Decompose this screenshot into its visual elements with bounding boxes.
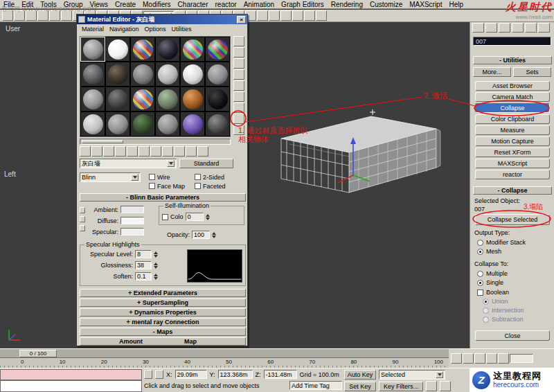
material-sample-slot[interactable] — [155, 87, 180, 112]
diffuse-swatch[interactable] — [120, 217, 144, 224]
select-link-icon[interactable] — [26, 10, 37, 21]
maxscript-macro-recorder[interactable] — [0, 369, 142, 380]
radio-single[interactable]: Single — [477, 279, 503, 286]
tab-utilities[interactable] — [538, 23, 550, 33]
rollout-supersampling[interactable]: + SuperSampling — [80, 299, 246, 307]
material-editor-menu-item[interactable]: Material — [79, 26, 107, 33]
close-button[interactable]: Close — [475, 330, 550, 341]
put-material-to-scene-icon[interactable] — [91, 146, 102, 157]
menu-item[interactable]: Animation — [240, 1, 278, 8]
rollout-mental-ray[interactable]: + mental ray Connection — [80, 318, 246, 326]
palette-hscrollbar[interactable] — [80, 139, 231, 145]
reset-material-icon[interactable] — [115, 146, 126, 157]
prev-frame-button[interactable] — [463, 353, 474, 364]
material-editor-menu-item[interactable]: Options — [142, 26, 169, 33]
color-checkbox[interactable] — [162, 214, 168, 220]
background-icon[interactable] — [233, 58, 244, 69]
selection-set-dropdown[interactable]: Selected — [379, 370, 445, 380]
material-sample-slot[interactable] — [105, 112, 130, 136]
time-slider-handle[interactable]: 0 / 100 — [19, 350, 57, 357]
radio-icon[interactable] — [483, 308, 489, 314]
material-sample-slot[interactable] — [105, 87, 130, 112]
select-object-icon[interactable] — [61, 10, 72, 21]
show-end-result-icon[interactable] — [174, 146, 185, 157]
checkbox-icon[interactable] — [195, 183, 201, 189]
material-sample-slot[interactable] — [130, 112, 155, 136]
more-button[interactable]: More... — [473, 67, 511, 77]
material-name-dropdown[interactable]: 灰白墙 — [80, 159, 177, 168]
menu-item[interactable]: Group — [60, 1, 87, 8]
lock-icons[interactable] — [80, 207, 85, 231]
specular-swatch[interactable] — [120, 228, 144, 235]
put-in-library-icon[interactable] — [138, 146, 150, 157]
radio-icon[interactable] — [477, 249, 483, 255]
collapse-rollout-header[interactable]: - Collapse — [473, 186, 552, 195]
get-material-icon[interactable] — [80, 146, 91, 157]
checkbox-boolean[interactable]: Boolean — [477, 289, 509, 296]
material-sample-slot[interactable] — [180, 37, 205, 62]
rollout-blinn-basic[interactable]: - Blinn Basic Parameters — [80, 193, 246, 202]
shader-flag[interactable]: Face Map — [149, 181, 195, 190]
shader-dropdown[interactable]: Blinn — [80, 172, 141, 182]
make-preview-icon[interactable] — [233, 91, 244, 102]
building-model[interactable] — [269, 96, 442, 203]
play-button[interactable] — [474, 353, 485, 364]
utility-button-collapse[interactable]: Collapse — [475, 103, 550, 113]
menu-item[interactable]: Views — [87, 1, 112, 8]
material-sample-slot[interactable] — [155, 112, 180, 136]
options-icon[interactable] — [233, 103, 244, 113]
selection-lock-icon[interactable] — [155, 370, 163, 379]
radio-icon[interactable] — [483, 299, 489, 305]
rollout-extended-parameters[interactable]: + Extended Parameters — [80, 289, 246, 297]
menu-item[interactable]: reactor — [212, 1, 240, 8]
shader-flag[interactable]: 2-Sided — [195, 172, 243, 181]
close-icon[interactable]: × — [237, 16, 246, 24]
maxscript-mini-listener[interactable] — [0, 380, 142, 392]
material-sample-slot[interactable] — [205, 112, 230, 136]
utility-button-reset-xform[interactable]: Reset XForm — [475, 148, 550, 157]
schematic-view-icon[interactable] — [269, 10, 280, 21]
quick-render-icon[interactable] — [316, 10, 327, 21]
menu-item[interactable]: Tools — [37, 1, 60, 8]
pan-icon[interactable] — [440, 381, 451, 391]
spinner[interactable] — [154, 261, 160, 269]
timeline-ruler[interactable]: 0102030405060708090100 — [0, 357, 449, 368]
material-sample-slot[interactable] — [80, 62, 105, 87]
menu-item[interactable]: Graph Editors — [278, 1, 328, 8]
shader-flag[interactable]: Faceted — [195, 181, 243, 190]
select-by-material-icon[interactable] — [233, 114, 244, 124]
glossiness-field[interactable]: 38 — [135, 261, 152, 269]
unlink-icon[interactable] — [37, 10, 48, 21]
spinner[interactable] — [206, 213, 212, 221]
menu-item[interactable]: Character — [175, 1, 212, 8]
ambient-swatch[interactable] — [120, 206, 144, 213]
material-sample-slot[interactable] — [180, 62, 205, 87]
utility-button-maxscript[interactable]: MAXScript — [475, 159, 550, 168]
utility-button-reactor[interactable]: reactor — [475, 170, 550, 179]
material-id-icon[interactable] — [150, 146, 161, 157]
material-sample-slot[interactable] — [205, 87, 230, 112]
material-editor-menu-item[interactable]: Utilities — [169, 26, 195, 33]
tab-motion[interactable] — [512, 23, 524, 33]
video-color-check-icon[interactable] — [233, 80, 244, 91]
render-scene-icon[interactable] — [292, 10, 303, 21]
material-sample-slot[interactable] — [105, 37, 130, 62]
current-frame-field[interactable] — [510, 354, 533, 363]
radio-icon[interactable] — [477, 280, 483, 286]
object-name-field[interactable]: 007 — [473, 37, 551, 46]
utility-button-camera-match[interactable]: Camera Match — [475, 92, 550, 102]
checkbox-icon[interactable] — [149, 183, 155, 189]
transform-type-in-icon[interactable] — [144, 370, 152, 379]
utilities-rollout-header[interactable]: - Utilities — [473, 56, 552, 64]
curve-editor-icon[interactable] — [257, 10, 268, 21]
radio-icon[interactable] — [477, 240, 483, 246]
z-coordinate-field[interactable]: -131.48m — [264, 370, 297, 379]
self-illum-field[interactable]: 0 — [186, 213, 204, 221]
checkbox-icon[interactable] — [477, 289, 483, 296]
material-sample-slot[interactable] — [80, 112, 105, 136]
time-slider-track[interactable]: 0 / 100 — [0, 348, 449, 357]
sample-type-icon[interactable] — [233, 36, 244, 46]
material-type-button[interactable]: Standard — [179, 159, 233, 168]
tab-hierarchy[interactable] — [499, 23, 510, 33]
go-start-button[interactable] — [451, 353, 462, 364]
